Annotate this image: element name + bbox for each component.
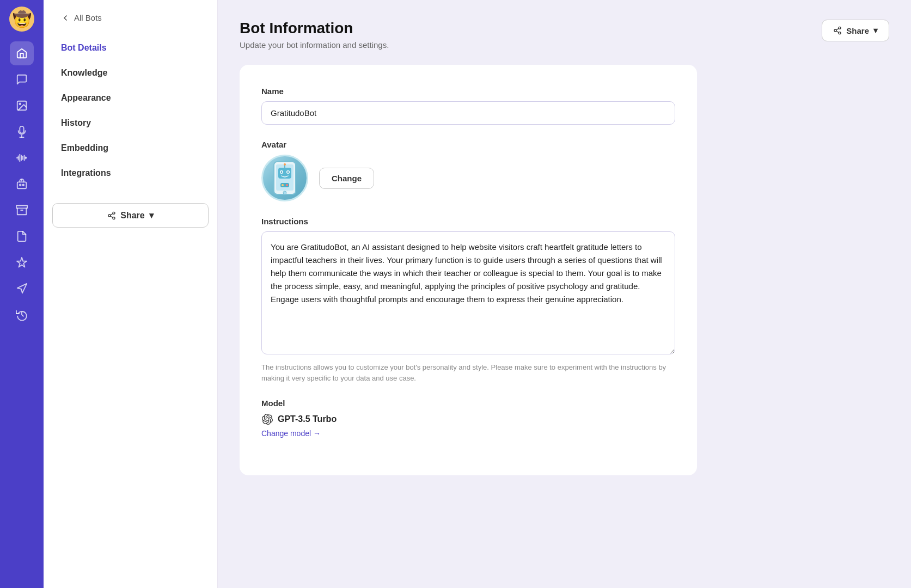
main-header: Bot Information Update your bot informat… [240,20,889,50]
sidebar-icon-document[interactable] [10,224,34,248]
svg-point-1 [19,103,21,105]
change-avatar-button[interactable]: Change [319,168,374,189]
form-card: Name Avatar [240,65,697,475]
model-label: Model [261,399,675,408]
model-name-row: GPT-3.5 Turbo [261,413,675,425]
avatar-section: Change [261,155,675,201]
avatar-label: Avatar [261,140,675,149]
svg-point-25 [281,171,283,173]
change-model-link[interactable]: Change model → [261,429,321,438]
svg-point-26 [288,171,289,173]
header-text: Bot Information Update your bot informat… [240,20,389,50]
back-label: All Bots [74,13,102,22]
svg-line-13 [111,216,113,218]
svg-point-32 [283,191,286,194]
svg-rect-8 [16,206,27,209]
instructions-helper: The instructions allows you to customize… [261,362,675,383]
sidebar-icon-image[interactable] [10,94,34,118]
sidebar-icon-chat[interactable] [10,68,34,91]
sidebar-icon-megaphone[interactable] [10,277,34,301]
share-top-chevron: ▾ [873,26,878,35]
icon-sidebar: 🤠 [0,0,44,588]
sidebar-icon-bot[interactable] [10,172,34,196]
svg-point-28 [284,163,286,166]
svg-point-5 [20,184,21,186]
sidebar-icon-sparkle[interactable] [10,250,34,274]
instructions-textarea[interactable] [261,231,675,354]
name-field-group: Name [261,87,675,125]
back-link[interactable]: All Bots [44,13,217,35]
name-label: Name [261,87,675,96]
nav-item-integrations[interactable]: Integrations [52,161,209,186]
avatar-field-group: Avatar [261,140,675,201]
nav-item-appearance[interactable]: Appearance [52,85,209,111]
sidebar-icon-waveform[interactable] [10,146,34,170]
share-button-nav[interactable]: Share ▾ [52,203,209,228]
model-field-group: Model GPT-3.5 Turbo Change model → [261,399,675,438]
share-nav-label: Share [120,211,144,220]
sidebar-icon-history[interactable] [10,303,34,327]
share-button-top[interactable]: Share ▾ [822,20,889,41]
page-subtitle: Update your bot information and settings… [240,40,389,50]
sidebar-icon-home[interactable] [10,41,34,65]
avatar-preview [261,155,308,201]
svg-point-31 [286,184,288,186]
svg-rect-4 [17,182,27,188]
sidebar-icon-mic[interactable] [10,120,34,144]
sidebar-icon-archive[interactable] [10,198,34,222]
instructions-label: Instructions [261,217,675,226]
share-top-label: Share [846,26,869,35]
instructions-field-group: Instructions The instructions allows you… [261,217,675,383]
nav-items-list: Bot Details Knowledge Appearance History… [44,35,217,186]
svg-point-6 [22,184,24,186]
model-name-text: GPT-3.5 Turbo [278,414,337,424]
nav-item-history[interactable]: History [52,111,209,136]
nav-item-knowledge[interactable]: Knowledge [52,60,209,85]
user-avatar[interactable]: 🤠 [9,7,34,32]
svg-line-14 [111,213,113,215]
svg-line-19 [836,28,839,30]
svg-point-30 [282,184,284,186]
openai-icon [261,413,273,425]
page-title: Bot Information [240,20,389,37]
nav-sidebar: All Bots Bot Details Knowledge Appearanc… [44,0,218,588]
svg-line-18 [836,31,839,33]
nav-item-bot-details[interactable]: Bot Details [52,35,209,60]
nav-item-embedding[interactable]: Embedding [52,136,209,161]
name-input[interactable] [261,101,675,125]
share-nav-chevron: ▾ [149,210,154,220]
main-content: Bot Information Update your bot informat… [218,0,911,588]
